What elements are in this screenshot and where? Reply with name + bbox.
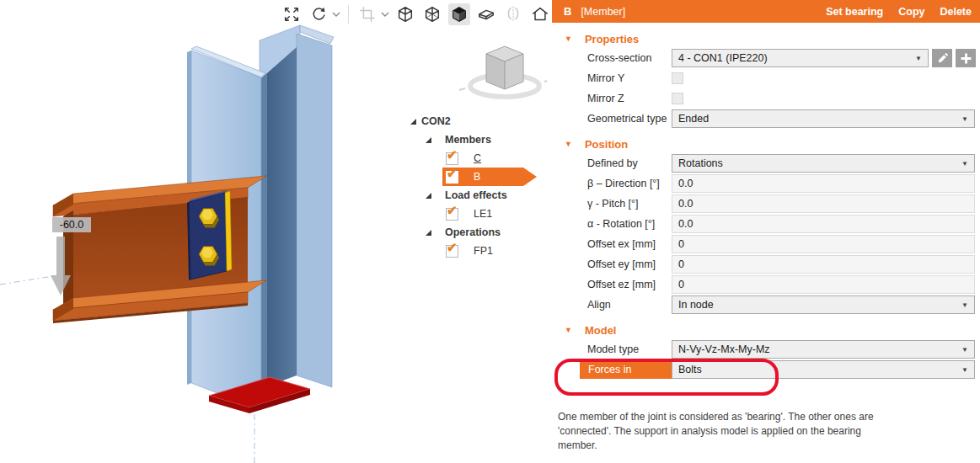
tree-checkbox-c[interactable]: ✔ <box>446 152 458 165</box>
row-mirror-z: Mirror Z <box>552 89 980 108</box>
tree-expander-icon[interactable] <box>425 229 432 237</box>
check-icon: ✔ <box>447 240 458 255</box>
check-icon: ✔ <box>447 203 458 218</box>
property-panel: B [Member] Set bearingCopyDelete ▼Proper… <box>552 0 980 463</box>
section-header-model[interactable]: ▼Model <box>565 324 980 337</box>
row-label-defined-by: Defined by <box>587 157 672 169</box>
tree-node-members[interactable]: Members <box>404 130 552 149</box>
input-value: 0 <box>678 238 684 250</box>
tree-checkbox-fp1[interactable]: ✔ <box>446 245 458 258</box>
geometrical-type-dropdown[interactable]: Ended▼ <box>672 109 975 128</box>
tree-node-con2[interactable]: CON2 <box>404 112 552 130</box>
section-view-icon[interactable] <box>475 3 497 25</box>
section-title-label: Model <box>585 324 617 337</box>
tree-checkbox-le1[interactable]: ✔ <box>446 208 458 221</box>
direction-input[interactable]: 0.0 <box>672 174 975 193</box>
section-header-position[interactable]: ▼Position <box>565 138 980 151</box>
beam-axis-line <box>0 276 53 285</box>
tree-item-c[interactable]: ✔C <box>404 149 552 168</box>
cross-section-dropdown[interactable]: 4 - CON1 (IPE220)▼ <box>672 49 929 67</box>
row-label-offset-ex-mm: Offset ex [mm] <box>587 238 672 250</box>
viewport-3d[interactable]: -60.0 CON2Members✔C✔BLoad effects✔LE1Ope… <box>0 0 547 463</box>
input-value: 0 <box>678 258 684 270</box>
tree-expander-icon[interactable] <box>425 192 432 200</box>
tree-node-operations[interactable]: Operations <box>404 223 552 242</box>
dropdown-value: Bolts <box>678 364 702 375</box>
section-header-properties[interactable]: ▼Properties <box>565 33 980 45</box>
row-offset-ez-mm: Offset ez [mm]0 <box>552 275 980 294</box>
tree-item-fp1[interactable]: ✔FP1 <box>404 242 552 260</box>
solid-cube-icon[interactable] <box>448 3 470 25</box>
fin-plate[interactable] <box>187 190 232 280</box>
tree-expander-icon[interactable] <box>425 136 432 144</box>
toolbar-divider <box>348 5 349 24</box>
tree-item-le1[interactable]: ✔LE1 <box>404 205 552 223</box>
dropdown-caret-icon: ▼ <box>961 301 968 309</box>
add-button[interactable] <box>956 49 976 67</box>
check-icon: ✔ <box>447 166 458 181</box>
tree-label: FP1 <box>474 245 493 257</box>
rotate-view-icon[interactable] <box>308 3 329 25</box>
tree-node-load-effects[interactable]: Load effects <box>404 186 552 205</box>
row-geometrical-type: Geometrical typeEnded▼ <box>552 109 980 128</box>
tree-checkbox-b[interactable]: ✔ <box>446 171 458 184</box>
tree-label: Operations <box>445 226 501 238</box>
mirror-y-checkbox[interactable] <box>672 72 683 84</box>
offset-ey-mm-input[interactable]: 0 <box>672 255 975 274</box>
tree-selection-arrow <box>523 168 537 186</box>
rotation-input[interactable]: 0.0 <box>672 215 975 233</box>
delete-button[interactable]: Delete <box>940 6 972 18</box>
dropdown-caret-icon: ▼ <box>961 160 968 168</box>
panel-title: B <box>564 5 571 18</box>
row-label-cross-section: Cross-section <box>587 52 672 64</box>
zoom-extents-icon[interactable] <box>281 3 303 25</box>
panel-actions: Set bearingCopyDelete <box>826 6 972 18</box>
offset-ez-mm-input[interactable]: 0 <box>672 275 975 294</box>
edit-button[interactable] <box>932 49 952 67</box>
dropdown-value: N-Vy-Vz-Mx-My-Mz <box>678 343 770 355</box>
tree-label: C <box>474 152 481 164</box>
home-view-icon[interactable] <box>529 3 551 25</box>
row-mirror-y: Mirror Y <box>552 69 980 88</box>
panel-sections: ▼PropertiesCross-section4 - CON1 (IPE220… <box>552 23 980 381</box>
row-label-mirror-z: Mirror Z <box>587 93 672 104</box>
forces-in-dropdown[interactable]: Bolts▼ <box>672 360 975 379</box>
dropdown-value: Ended <box>678 113 709 125</box>
wireframe-cube-icon[interactable] <box>394 3 416 25</box>
row-label-direction: β – Direction [°] <box>587 178 672 189</box>
tree-item-b[interactable]: ✔B <box>404 168 552 186</box>
beam-member-b[interactable] <box>53 176 266 323</box>
hiddenline-cube-icon[interactable] <box>421 3 443 25</box>
offset-ex-mm-input[interactable]: 0 <box>672 235 975 253</box>
row-label-rotation: α - Rotation [°] <box>587 218 672 230</box>
dropdown-caret-icon: ▼ <box>961 115 968 123</box>
row-label-offset-ey-mm: Offset ey [mm] <box>587 258 672 270</box>
row-forces-in: Forces inBolts▼ <box>552 360 980 379</box>
defined-by-dropdown[interactable]: Rotations▼ <box>672 154 975 173</box>
dropdown-value: 4 - CON1 (IPE220) <box>678 52 768 64</box>
pitch-input[interactable]: 0.0 <box>672 194 975 213</box>
chevron-down-icon[interactable] <box>379 12 390 18</box>
viewport-toolbar <box>278 2 554 27</box>
row-rotation: α - Rotation [°]0.0 <box>552 215 980 233</box>
collapse-triangle-icon[interactable]: ▼ <box>565 35 572 43</box>
load-value-label: -60.0 <box>52 217 91 232</box>
tree-expander-icon[interactable] <box>410 118 417 125</box>
view-cube[interactable] <box>459 46 547 97</box>
row-label-offset-ez-mm: Offset ez [mm] <box>587 279 672 290</box>
chevron-down-icon[interactable] <box>330 12 341 18</box>
input-value: 0.0 <box>678 198 693 210</box>
model-type-dropdown[interactable]: N-Vy-Vz-Mx-My-Mz▼ <box>672 340 975 359</box>
collapse-triangle-icon[interactable]: ▼ <box>565 140 572 148</box>
row-model-type: Model typeN-Vy-Vz-Mx-My-Mz▼ <box>552 340 980 359</box>
mirror-z-checkbox[interactable] <box>672 93 683 104</box>
section-title-label: Position <box>585 138 628 151</box>
tree-label: CON2 <box>421 115 451 127</box>
align-dropdown[interactable]: In node▼ <box>672 295 975 314</box>
tree-label: B <box>474 171 480 183</box>
copy-button[interactable]: Copy <box>898 6 924 18</box>
section-crop-icon <box>356 3 378 25</box>
collapse-triangle-icon[interactable]: ▼ <box>565 326 572 334</box>
row-direction: β – Direction [°]0.0 <box>552 174 980 193</box>
set-bearing-button[interactable]: Set bearing <box>826 6 883 18</box>
